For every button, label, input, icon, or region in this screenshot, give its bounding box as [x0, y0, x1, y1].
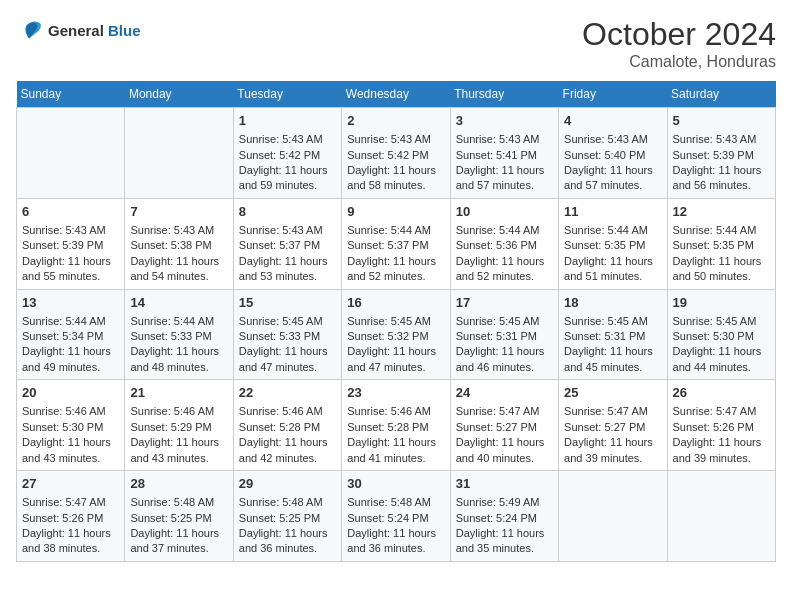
- calendar-cell: 14Sunrise: 5:44 AMSunset: 5:33 PMDayligh…: [125, 289, 233, 380]
- sunset-text: Sunset: 5:39 PM: [22, 238, 119, 253]
- sunrise-text: Sunrise: 5:43 AM: [673, 132, 770, 147]
- calendar-cell: 11Sunrise: 5:44 AMSunset: 5:35 PMDayligh…: [559, 198, 667, 289]
- logo-icon: [16, 16, 44, 44]
- col-header-friday: Friday: [559, 81, 667, 108]
- calendar-cell: 31Sunrise: 5:49 AMSunset: 5:24 PMDayligh…: [450, 471, 558, 562]
- calendar-week-row: 27Sunrise: 5:47 AMSunset: 5:26 PMDayligh…: [17, 471, 776, 562]
- daylight-text: Daylight: 11 hours and 50 minutes.: [673, 254, 770, 285]
- day-number: 16: [347, 294, 444, 312]
- daylight-text: Daylight: 11 hours and 55 minutes.: [22, 254, 119, 285]
- calendar-table: SundayMondayTuesdayWednesdayThursdayFrid…: [16, 81, 776, 562]
- sunrise-text: Sunrise: 5:46 AM: [22, 404, 119, 419]
- day-number: 4: [564, 112, 661, 130]
- calendar-title: October 2024: [582, 16, 776, 53]
- day-number: 19: [673, 294, 770, 312]
- sunset-text: Sunset: 5:32 PM: [347, 329, 444, 344]
- day-number: 23: [347, 384, 444, 402]
- daylight-text: Daylight: 11 hours and 39 minutes.: [673, 435, 770, 466]
- sunset-text: Sunset: 5:30 PM: [673, 329, 770, 344]
- day-number: 15: [239, 294, 336, 312]
- daylight-text: Daylight: 11 hours and 35 minutes.: [456, 526, 553, 557]
- calendar-week-row: 13Sunrise: 5:44 AMSunset: 5:34 PMDayligh…: [17, 289, 776, 380]
- calendar-cell: 16Sunrise: 5:45 AMSunset: 5:32 PMDayligh…: [342, 289, 450, 380]
- day-number: 8: [239, 203, 336, 221]
- calendar-cell: 1Sunrise: 5:43 AMSunset: 5:42 PMDaylight…: [233, 108, 341, 199]
- daylight-text: Daylight: 11 hours and 53 minutes.: [239, 254, 336, 285]
- calendar-cell: 10Sunrise: 5:44 AMSunset: 5:36 PMDayligh…: [450, 198, 558, 289]
- sunset-text: Sunset: 5:35 PM: [673, 238, 770, 253]
- sunset-text: Sunset: 5:42 PM: [347, 148, 444, 163]
- col-header-thursday: Thursday: [450, 81, 558, 108]
- sunset-text: Sunset: 5:28 PM: [239, 420, 336, 435]
- sunset-text: Sunset: 5:39 PM: [673, 148, 770, 163]
- calendar-cell: 23Sunrise: 5:46 AMSunset: 5:28 PMDayligh…: [342, 380, 450, 471]
- sunset-text: Sunset: 5:41 PM: [456, 148, 553, 163]
- daylight-text: Daylight: 11 hours and 40 minutes.: [456, 435, 553, 466]
- day-number: 10: [456, 203, 553, 221]
- daylight-text: Daylight: 11 hours and 49 minutes.: [22, 344, 119, 375]
- sunrise-text: Sunrise: 5:43 AM: [347, 132, 444, 147]
- sunrise-text: Sunrise: 5:44 AM: [673, 223, 770, 238]
- sunrise-text: Sunrise: 5:43 AM: [130, 223, 227, 238]
- day-number: 14: [130, 294, 227, 312]
- sunset-text: Sunset: 5:24 PM: [347, 511, 444, 526]
- daylight-text: Daylight: 11 hours and 41 minutes.: [347, 435, 444, 466]
- sunset-text: Sunset: 5:28 PM: [347, 420, 444, 435]
- calendar-cell: 21Sunrise: 5:46 AMSunset: 5:29 PMDayligh…: [125, 380, 233, 471]
- calendar-week-row: 20Sunrise: 5:46 AMSunset: 5:30 PMDayligh…: [17, 380, 776, 471]
- calendar-cell: 7Sunrise: 5:43 AMSunset: 5:38 PMDaylight…: [125, 198, 233, 289]
- day-number: 26: [673, 384, 770, 402]
- sunset-text: Sunset: 5:38 PM: [130, 238, 227, 253]
- calendar-cell: [667, 471, 775, 562]
- day-number: 22: [239, 384, 336, 402]
- calendar-cell: 2Sunrise: 5:43 AMSunset: 5:42 PMDaylight…: [342, 108, 450, 199]
- sunrise-text: Sunrise: 5:45 AM: [564, 314, 661, 329]
- calendar-cell: 22Sunrise: 5:46 AMSunset: 5:28 PMDayligh…: [233, 380, 341, 471]
- calendar-cell: 8Sunrise: 5:43 AMSunset: 5:37 PMDaylight…: [233, 198, 341, 289]
- day-number: 21: [130, 384, 227, 402]
- calendar-week-row: 6Sunrise: 5:43 AMSunset: 5:39 PMDaylight…: [17, 198, 776, 289]
- sunrise-text: Sunrise: 5:48 AM: [130, 495, 227, 510]
- sunrise-text: Sunrise: 5:43 AM: [456, 132, 553, 147]
- sunrise-text: Sunrise: 5:48 AM: [239, 495, 336, 510]
- daylight-text: Daylight: 11 hours and 47 minutes.: [347, 344, 444, 375]
- sunset-text: Sunset: 5:33 PM: [239, 329, 336, 344]
- day-number: 12: [673, 203, 770, 221]
- sunrise-text: Sunrise: 5:46 AM: [347, 404, 444, 419]
- sunset-text: Sunset: 5:37 PM: [239, 238, 336, 253]
- day-number: 9: [347, 203, 444, 221]
- day-number: 29: [239, 475, 336, 493]
- day-number: 11: [564, 203, 661, 221]
- calendar-cell: 26Sunrise: 5:47 AMSunset: 5:26 PMDayligh…: [667, 380, 775, 471]
- day-number: 27: [22, 475, 119, 493]
- calendar-subtitle: Camalote, Honduras: [582, 53, 776, 71]
- daylight-text: Daylight: 11 hours and 47 minutes.: [239, 344, 336, 375]
- sunset-text: Sunset: 5:40 PM: [564, 148, 661, 163]
- daylight-text: Daylight: 11 hours and 42 minutes.: [239, 435, 336, 466]
- sunset-text: Sunset: 5:27 PM: [456, 420, 553, 435]
- sunrise-text: Sunrise: 5:43 AM: [564, 132, 661, 147]
- daylight-text: Daylight: 11 hours and 51 minutes.: [564, 254, 661, 285]
- sunrise-text: Sunrise: 5:46 AM: [130, 404, 227, 419]
- logo: General Blue: [16, 16, 141, 44]
- sunrise-text: Sunrise: 5:43 AM: [239, 132, 336, 147]
- sunrise-text: Sunrise: 5:43 AM: [239, 223, 336, 238]
- calendar-cell: 25Sunrise: 5:47 AMSunset: 5:27 PMDayligh…: [559, 380, 667, 471]
- calendar-cell: 9Sunrise: 5:44 AMSunset: 5:37 PMDaylight…: [342, 198, 450, 289]
- day-number: 13: [22, 294, 119, 312]
- sunset-text: Sunset: 5:27 PM: [564, 420, 661, 435]
- calendar-cell: 27Sunrise: 5:47 AMSunset: 5:26 PMDayligh…: [17, 471, 125, 562]
- calendar-cell: 24Sunrise: 5:47 AMSunset: 5:27 PMDayligh…: [450, 380, 558, 471]
- day-number: 30: [347, 475, 444, 493]
- sunrise-text: Sunrise: 5:44 AM: [456, 223, 553, 238]
- daylight-text: Daylight: 11 hours and 57 minutes.: [564, 163, 661, 194]
- sunset-text: Sunset: 5:31 PM: [564, 329, 661, 344]
- day-number: 20: [22, 384, 119, 402]
- daylight-text: Daylight: 11 hours and 44 minutes.: [673, 344, 770, 375]
- sunset-text: Sunset: 5:30 PM: [22, 420, 119, 435]
- daylight-text: Daylight: 11 hours and 54 minutes.: [130, 254, 227, 285]
- calendar-week-row: 1Sunrise: 5:43 AMSunset: 5:42 PMDaylight…: [17, 108, 776, 199]
- sunrise-text: Sunrise: 5:44 AM: [564, 223, 661, 238]
- day-number: 2: [347, 112, 444, 130]
- sunrise-text: Sunrise: 5:44 AM: [22, 314, 119, 329]
